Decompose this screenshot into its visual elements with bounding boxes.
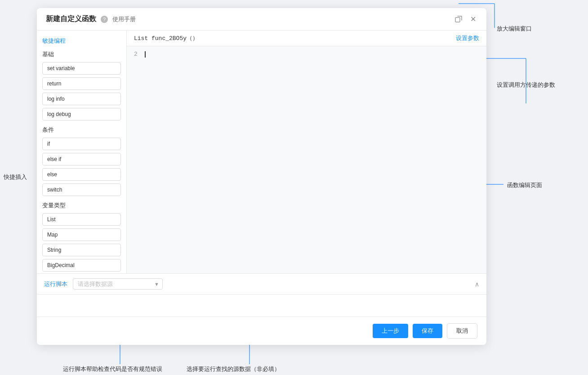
snippet-map[interactable]: Map xyxy=(42,228,121,241)
run-bar: 运行脚本 请选择数据源 ▼ ∧ xyxy=(37,273,486,294)
save-button[interactable]: 保存 xyxy=(413,324,442,338)
left-panel: 敏捷编程 基础 set variable return log info log… xyxy=(37,31,127,273)
annotation-func-editor: 函数编辑页面 xyxy=(507,181,542,189)
svg-rect-19 xyxy=(455,18,460,22)
section-title-condition: 条件 xyxy=(42,126,121,134)
code-editor: List func_2BO5y（） 设置参数 2 xyxy=(127,31,486,273)
snippet-bigdecimal[interactable]: BigDecimal xyxy=(42,259,121,272)
dialog-title: 新建自定义函数 xyxy=(46,14,96,24)
snippet-else[interactable]: else xyxy=(42,168,121,181)
snippet-string[interactable]: String xyxy=(42,244,121,256)
snippet-log-debug[interactable]: log debug xyxy=(42,108,121,121)
text-cursor xyxy=(145,51,146,58)
snippet-switch[interactable]: switch xyxy=(42,183,121,196)
dialog: 新建自定义函数 ? 使用手册 ✕ 敏捷编程 基础 xyxy=(37,8,486,345)
func-signature: List func_2BO5y（） xyxy=(134,34,198,42)
dialog-header: 新建自定义函数 ? 使用手册 ✕ xyxy=(37,8,486,31)
dialog-body: 敏捷编程 基础 set variable return log info log… xyxy=(37,31,486,317)
code-content[interactable]: 2 xyxy=(127,46,486,273)
help-icon[interactable]: ? xyxy=(101,16,108,23)
snippet-if[interactable]: if xyxy=(42,138,121,150)
snippet-list[interactable]: List xyxy=(42,213,121,226)
expand-window-button[interactable] xyxy=(454,15,463,24)
section-title-basic: 基础 xyxy=(42,50,121,58)
console-area xyxy=(37,294,486,317)
prev-button[interactable]: 上一步 xyxy=(373,324,408,338)
header-actions: ✕ xyxy=(454,15,477,24)
snippet-return[interactable]: return xyxy=(42,77,121,90)
page-wrapper: 快捷插入 放大编辑窗口 设置调用方传递的参数 函数编辑页面 运行脚本帮助检查代码… xyxy=(0,0,588,375)
quick-insert-label: 敏捷编程 xyxy=(42,37,121,45)
set-params-button[interactable]: 设置参数 xyxy=(456,34,479,42)
editor-area: 敏捷编程 基础 set variable return log info log… xyxy=(37,31,486,273)
annotation-expand-window: 放大编辑窗口 xyxy=(497,25,532,33)
code-line-2: 2 xyxy=(134,51,479,58)
run-script-button[interactable]: 运行脚本 xyxy=(44,280,67,288)
collapse-button[interactable]: ∧ xyxy=(475,281,479,288)
snippet-log-info[interactable]: log info xyxy=(42,93,121,105)
annotation-run-script: 运行脚本帮助检查代码是否有规范错误 xyxy=(63,365,162,373)
editor-toolbar: List func_2BO5y（） 设置参数 xyxy=(127,31,486,46)
snippet-else-if[interactable]: else if xyxy=(42,153,121,165)
section-title-var-type: 变量类型 xyxy=(42,201,121,210)
line-number: 2 xyxy=(134,51,138,58)
data-source-select[interactable]: 请选择数据源 xyxy=(73,278,163,290)
annotation-set-params: 设置调用方传递的参数 xyxy=(497,81,555,89)
dialog-footer: 上一步 保存 取消 xyxy=(37,317,486,345)
cancel-button[interactable]: 取消 xyxy=(447,323,477,339)
annotation-data-source: 选择要运行查找的源数据（非必填） xyxy=(187,365,280,373)
manual-link[interactable]: 使用手册 xyxy=(112,15,136,23)
snippet-set-variable[interactable]: set variable xyxy=(42,62,121,75)
data-source-wrapper: 请选择数据源 ▼ xyxy=(73,278,163,290)
close-button[interactable]: ✕ xyxy=(468,15,477,24)
annotation-quick-insert: 快捷插入 xyxy=(4,173,27,181)
